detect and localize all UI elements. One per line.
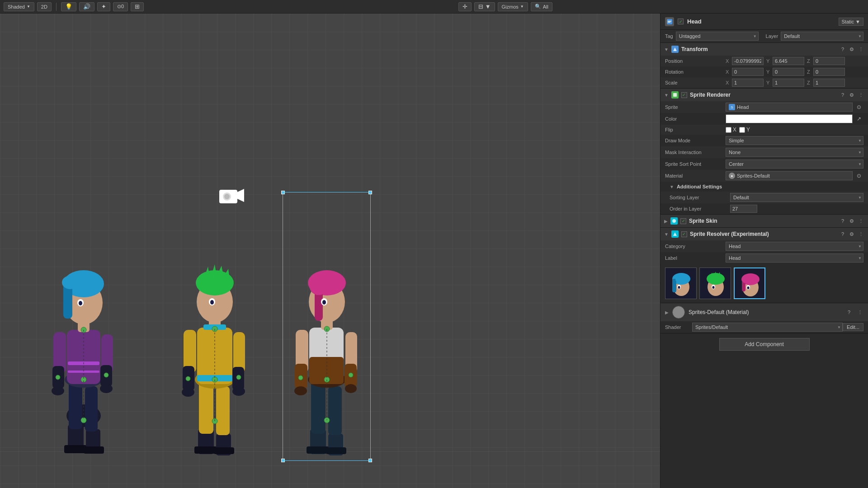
sprite-sort-point-dropdown[interactable]: Center: [726, 160, 863, 169]
rot-x-input[interactable]: [732, 68, 764, 76]
mask-interaction-dropdown[interactable]: None: [726, 148, 863, 157]
sprite-thumb-pink[interactable]: [734, 267, 765, 299]
color-row: Color ↗: [660, 113, 868, 125]
sprite-thumb-green[interactable]: [699, 267, 731, 299]
svg-rect-94: [668, 21, 671, 22]
material-target-btn[interactable]: ⊙: [854, 171, 863, 180]
fx-icon-btn[interactable]: ✦: [97, 2, 110, 11]
sprite-resolver-header[interactable]: ▼ ✓ Sprite Resolver (Experimental) ? ⚙ ⋮: [660, 228, 868, 240]
sprite-renderer-help-btn[interactable]: ?: [839, 91, 846, 99]
flip-y-input[interactable]: [739, 127, 745, 133]
scene-icon-btn[interactable]: ⊙0: [113, 2, 128, 11]
sprite-sort-point-label: Sprite Sort Point: [665, 161, 724, 167]
pos-x-input[interactable]: [732, 57, 764, 65]
svg-point-79: [345, 384, 357, 393]
sprite-skin-icon: [670, 217, 678, 225]
rot-z-item: Z: [807, 68, 845, 76]
material-header-row[interactable]: ▶ Sprites-Default (Material) ? ⋮: [660, 303, 868, 321]
transform-icon: [671, 46, 679, 53]
sorting-layer-dropdown[interactable]: Default: [730, 193, 863, 202]
sprite-skin-more-btn[interactable]: ⋮: [857, 217, 864, 225]
sprite-thumb-blue[interactable]: [665, 267, 697, 299]
shader-row: Shader Sprites/Default Edit...: [660, 321, 868, 333]
layout-btn[interactable]: ⊟ ▼: [474, 2, 495, 11]
sprite-resolver-enable[interactable]: ✓: [681, 231, 687, 237]
flip-x-input[interactable]: [726, 127, 731, 133]
scale-z-input[interactable]: [813, 79, 845, 87]
sprite-renderer-more-btn[interactable]: ⋮: [857, 91, 864, 99]
character-3-container[interactable]: [289, 199, 364, 461]
svg-rect-2: [64, 445, 87, 453]
label-value: Head: [726, 253, 863, 263]
material-more-btn[interactable]: ⋮: [856, 309, 863, 316]
rot-z-input[interactable]: [813, 68, 845, 76]
order-in-layer-input[interactable]: [730, 205, 757, 213]
sprite-renderer-enable[interactable]: ✓: [681, 92, 687, 98]
sprite-skin-actions: ? ⚙ ⋮: [839, 217, 864, 225]
layer-dropdown[interactable]: Default: [781, 32, 863, 41]
sprite-skin-settings-btn[interactable]: ⚙: [848, 217, 855, 225]
2d-toggle[interactable]: 2D: [37, 2, 52, 11]
category-dropdown[interactable]: Head: [726, 242, 863, 251]
material-help-btn[interactable]: ?: [845, 309, 853, 316]
pos-z-input[interactable]: [813, 57, 845, 65]
sprite-skin-help-btn[interactable]: ?: [839, 217, 846, 225]
add-component-button[interactable]: Add Component: [719, 338, 810, 351]
label-dropdown[interactable]: Head: [726, 253, 863, 263]
draw-mode-dropdown[interactable]: Simple: [726, 136, 863, 145]
color-swatch[interactable]: [726, 114, 853, 123]
shading-mode-btn[interactable]: Shaded ▼: [4, 2, 34, 11]
transform-more-btn[interactable]: ⋮: [857, 46, 864, 53]
persp-icon-btn[interactable]: 💡: [61, 2, 76, 11]
category-label: Category: [665, 244, 724, 249]
transform-header[interactable]: ▼ Transform ? ⚙ ⋮: [660, 43, 868, 56]
pos-y-input[interactable]: [773, 57, 804, 65]
position-row: Position X Y Z: [660, 56, 868, 66]
sprite-skin-header[interactable]: ▶ ✓ Sprite Skin ? ⚙ ⋮: [660, 215, 868, 227]
shader-dropdown[interactable]: Sprites/Default: [692, 323, 843, 332]
sprite-skin-enable[interactable]: ✓: [680, 218, 686, 224]
transform-settings-btn[interactable]: ⚙: [848, 46, 855, 53]
sprite-resolver-more-btn[interactable]: ⋮: [857, 230, 864, 238]
flip-x-checkbox: X: [726, 127, 736, 133]
sprite-skin-collapse-arrow: ▶: [664, 219, 668, 224]
flip-row: Flip X Y: [660, 125, 868, 135]
scale-y-input[interactable]: [773, 79, 804, 87]
rotation-value: X Y Z: [726, 68, 863, 76]
additional-settings-arrow: ▼: [670, 184, 674, 189]
sprite-row: Sprite S Head ⊙: [660, 101, 868, 113]
character-2-green[interactable]: [176, 199, 253, 461]
color-value: ↗: [726, 114, 863, 123]
svg-point-90: [298, 375, 303, 380]
search-btn[interactable]: 🔍 All: [531, 2, 552, 11]
camera-icon: [217, 185, 244, 210]
scale-x-input[interactable]: [732, 79, 764, 87]
object-enable-checkbox[interactable]: ✓: [678, 19, 684, 24]
selection-handle-tl: [281, 191, 285, 194]
additional-settings-title: Additional Settings: [677, 184, 722, 189]
scene-viewport[interactable]: [0, 14, 660, 488]
sprite-resolver-help-btn[interactable]: ?: [839, 230, 846, 238]
grid-icon-btn[interactable]: ⊞: [131, 2, 144, 11]
character-3-pink[interactable]: [289, 199, 364, 461]
shader-edit-btn[interactable]: Edit...: [843, 323, 863, 331]
sprite-renderer-header[interactable]: ▼ ✓ Sprite Renderer ? ⚙ ⋮: [660, 89, 868, 101]
svg-point-76: [294, 386, 307, 395]
sprite-renderer-settings-btn[interactable]: ⚙: [848, 91, 855, 99]
additional-settings-header[interactable]: ▼ Additional Settings: [660, 182, 868, 192]
sprite-resolver-settings-btn[interactable]: ⚙: [848, 230, 855, 238]
character-1-blue[interactable]: [45, 199, 122, 461]
gizmos-btn[interactable]: Gizmos ▼: [498, 2, 528, 11]
rot-y-input[interactable]: [773, 68, 804, 76]
crosshair-btn[interactable]: ✛: [458, 2, 472, 11]
material-field[interactable]: ● Sprites-Default: [726, 171, 853, 180]
sprite-field[interactable]: S Head: [726, 103, 853, 112]
audio-icon-btn[interactable]: 🔊: [79, 2, 94, 11]
sprite-target-btn[interactable]: ⊙: [854, 103, 863, 112]
tag-dropdown[interactable]: Untagged: [676, 32, 759, 41]
color-picker-btn[interactable]: ↗: [854, 114, 863, 123]
transform-help-btn[interactable]: ?: [839, 46, 846, 53]
transform-collapse-arrow: ▼: [664, 47, 669, 52]
sprite-thumbnails: [660, 264, 868, 303]
static-button[interactable]: Static ▼: [839, 18, 863, 26]
